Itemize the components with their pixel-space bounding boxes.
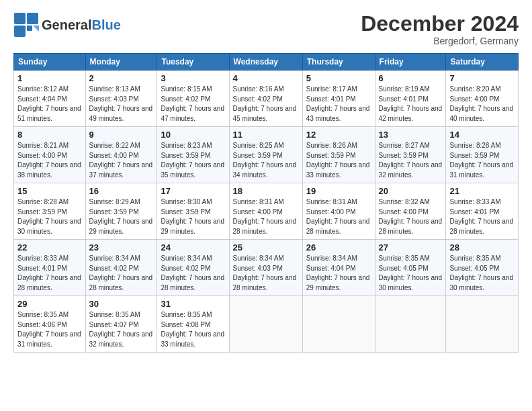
sunset-text: Sunset: 3:59 PM bbox=[17, 208, 67, 216]
table-row bbox=[302, 296, 375, 353]
day-number: 27 bbox=[379, 242, 443, 253]
daylight-text: Daylight: 7 hours and 49 minutes. bbox=[89, 105, 153, 122]
daylight-text: Daylight: 7 hours and 42 minutes. bbox=[379, 105, 443, 122]
sunset-text: Sunset: 3:59 PM bbox=[233, 152, 283, 159]
logo-blue: Blue bbox=[91, 17, 120, 32]
sunrise-text: Sunrise: 8:35 AM bbox=[17, 311, 69, 318]
table-row: 16 Sunrise: 8:29 AM Sunset: 3:59 PM Dayl… bbox=[85, 183, 157, 240]
sunrise-text: Sunrise: 8:27 AM bbox=[379, 142, 430, 149]
day-number: 23 bbox=[89, 242, 154, 253]
daylight-text: Daylight: 7 hours and 30 minutes. bbox=[449, 274, 513, 291]
table-row: 31 Sunrise: 8:35 AM Sunset: 4:08 PM Dayl… bbox=[157, 296, 229, 353]
sunrise-text: Sunrise: 8:15 AM bbox=[161, 85, 212, 93]
table-row: 13 Sunrise: 8:27 AM Sunset: 3:59 PM Dayl… bbox=[375, 127, 446, 183]
table-row bbox=[375, 296, 446, 353]
sunset-text: Sunset: 4:02 PM bbox=[161, 265, 210, 272]
day-number: 26 bbox=[306, 242, 371, 253]
day-number: 28 bbox=[449, 242, 515, 253]
day-number: 19 bbox=[306, 186, 371, 196]
daylight-text: Daylight: 7 hours and 37 minutes. bbox=[89, 161, 153, 179]
daylight-text: Daylight: 7 hours and 33 minutes. bbox=[306, 161, 370, 179]
day-number: 17 bbox=[161, 186, 225, 196]
table-row: 24 Sunrise: 8:34 AM Sunset: 4:02 PM Dayl… bbox=[157, 240, 229, 296]
day-number: 31 bbox=[161, 299, 225, 309]
daylight-text: Daylight: 7 hours and 32 minutes. bbox=[379, 161, 443, 179]
daylight-text: Daylight: 7 hours and 31 minutes. bbox=[449, 161, 513, 179]
sunset-text: Sunset: 4:01 PM bbox=[17, 265, 67, 272]
col-saturday: Saturday bbox=[446, 54, 519, 71]
sunset-text: Sunset: 3:59 PM bbox=[89, 208, 139, 216]
day-info: Sunrise: 8:21 AM Sunset: 4:00 PM Dayligh… bbox=[17, 141, 82, 180]
day-number: 1 bbox=[17, 73, 82, 83]
month-title: December 2024 bbox=[361, 12, 519, 36]
daylight-text: Daylight: 7 hours and 40 minutes. bbox=[449, 105, 513, 122]
day-number: 5 bbox=[306, 73, 371, 83]
day-info: Sunrise: 8:34 AM Sunset: 4:03 PM Dayligh… bbox=[233, 254, 299, 293]
daylight-text: Daylight: 7 hours and 28 minutes. bbox=[89, 274, 153, 291]
table-row: 15 Sunrise: 8:28 AM Sunset: 3:59 PM Dayl… bbox=[14, 183, 86, 240]
table-row: 18 Sunrise: 8:31 AM Sunset: 4:00 PM Dayl… bbox=[229, 183, 302, 240]
sunset-text: Sunset: 4:02 PM bbox=[89, 265, 139, 272]
day-info: Sunrise: 8:22 AM Sunset: 4:00 PM Dayligh… bbox=[89, 141, 154, 180]
day-number: 11 bbox=[233, 130, 299, 140]
daylight-text: Daylight: 7 hours and 28 minutes. bbox=[233, 218, 297, 235]
sunrise-text: Sunrise: 8:30 AM bbox=[161, 198, 212, 205]
location: Bergedorf, Germany bbox=[361, 36, 519, 46]
table-row: 8 Sunrise: 8:21 AM Sunset: 4:00 PM Dayli… bbox=[14, 127, 86, 183]
daylight-text: Daylight: 7 hours and 28 minutes. bbox=[233, 274, 297, 291]
sunrise-text: Sunrise: 8:34 AM bbox=[89, 255, 140, 262]
sunset-text: Sunset: 3:59 PM bbox=[306, 152, 356, 159]
table-row bbox=[446, 296, 519, 353]
table-row: 25 Sunrise: 8:34 AM Sunset: 4:03 PM Dayl… bbox=[229, 240, 302, 296]
day-info: Sunrise: 8:16 AM Sunset: 4:02 PM Dayligh… bbox=[233, 85, 299, 124]
sunset-text: Sunset: 4:05 PM bbox=[449, 265, 499, 272]
daylight-text: Daylight: 7 hours and 31 minutes. bbox=[17, 330, 81, 348]
sunrise-text: Sunrise: 8:25 AM bbox=[233, 142, 284, 149]
day-number: 30 bbox=[89, 299, 154, 309]
col-monday: Monday bbox=[85, 54, 157, 71]
day-info: Sunrise: 8:33 AM Sunset: 4:01 PM Dayligh… bbox=[17, 254, 82, 293]
calendar-week-row: 8 Sunrise: 8:21 AM Sunset: 4:00 PM Dayli… bbox=[14, 127, 519, 183]
sunset-text: Sunset: 4:04 PM bbox=[306, 265, 356, 272]
table-row: 2 Sunrise: 8:13 AM Sunset: 4:03 PM Dayli… bbox=[85, 71, 157, 127]
day-info: Sunrise: 8:12 AM Sunset: 4:04 PM Dayligh… bbox=[17, 85, 82, 124]
day-info: Sunrise: 8:35 AM Sunset: 4:05 PM Dayligh… bbox=[449, 254, 515, 293]
sunrise-text: Sunrise: 8:35 AM bbox=[161, 311, 212, 318]
daylight-text: Daylight: 7 hours and 28 minutes. bbox=[306, 218, 370, 235]
day-info: Sunrise: 8:33 AM Sunset: 4:01 PM Dayligh… bbox=[449, 197, 515, 236]
sunset-text: Sunset: 3:59 PM bbox=[379, 152, 429, 159]
daylight-text: Daylight: 7 hours and 33 minutes. bbox=[161, 330, 224, 348]
daylight-text: Daylight: 7 hours and 30 minutes. bbox=[17, 218, 81, 235]
sunset-text: Sunset: 4:00 PM bbox=[449, 95, 499, 103]
sunrise-text: Sunrise: 8:34 AM bbox=[233, 255, 284, 262]
day-number: 22 bbox=[17, 242, 82, 253]
sunrise-text: Sunrise: 8:16 AM bbox=[233, 85, 284, 93]
table-row: 20 Sunrise: 8:32 AM Sunset: 4:00 PM Dayl… bbox=[375, 183, 446, 240]
table-row: 5 Sunrise: 8:17 AM Sunset: 4:01 PM Dayli… bbox=[302, 71, 375, 127]
day-number: 18 bbox=[233, 186, 299, 196]
day-number: 14 bbox=[449, 130, 515, 140]
sunset-text: Sunset: 4:03 PM bbox=[233, 265, 283, 272]
day-info: Sunrise: 8:27 AM Sunset: 3:59 PM Dayligh… bbox=[379, 141, 443, 180]
day-info: Sunrise: 8:35 AM Sunset: 4:05 PM Dayligh… bbox=[379, 254, 443, 293]
col-tuesday: Tuesday bbox=[157, 54, 229, 71]
sunrise-text: Sunrise: 8:34 AM bbox=[306, 255, 357, 262]
col-wednesday: Wednesday bbox=[229, 54, 302, 71]
calendar-week-row: 29 Sunrise: 8:35 AM Sunset: 4:06 PM Dayl… bbox=[14, 296, 519, 353]
sunset-text: Sunset: 4:00 PM bbox=[379, 208, 429, 216]
sunrise-text: Sunrise: 8:31 AM bbox=[233, 198, 284, 205]
sunset-text: Sunset: 4:04 PM bbox=[17, 95, 67, 103]
sunset-text: Sunset: 4:00 PM bbox=[89, 152, 139, 159]
day-info: Sunrise: 8:23 AM Sunset: 3:59 PM Dayligh… bbox=[161, 141, 225, 180]
sunset-text: Sunset: 4:00 PM bbox=[306, 208, 356, 216]
table-row: 23 Sunrise: 8:34 AM Sunset: 4:02 PM Dayl… bbox=[85, 240, 157, 296]
table-row: 11 Sunrise: 8:25 AM Sunset: 3:59 PM Dayl… bbox=[229, 127, 302, 183]
sunset-text: Sunset: 3:59 PM bbox=[161, 152, 210, 159]
table-row: 26 Sunrise: 8:34 AM Sunset: 4:04 PM Dayl… bbox=[302, 240, 375, 296]
daylight-text: Daylight: 7 hours and 28 minutes. bbox=[379, 218, 443, 235]
day-info: Sunrise: 8:35 AM Sunset: 4:06 PM Dayligh… bbox=[17, 310, 82, 349]
day-number: 15 bbox=[17, 186, 82, 196]
sunset-text: Sunset: 4:06 PM bbox=[17, 321, 67, 328]
day-number: 2 bbox=[89, 73, 154, 83]
table-row: 17 Sunrise: 8:30 AM Sunset: 3:59 PM Dayl… bbox=[157, 183, 229, 240]
